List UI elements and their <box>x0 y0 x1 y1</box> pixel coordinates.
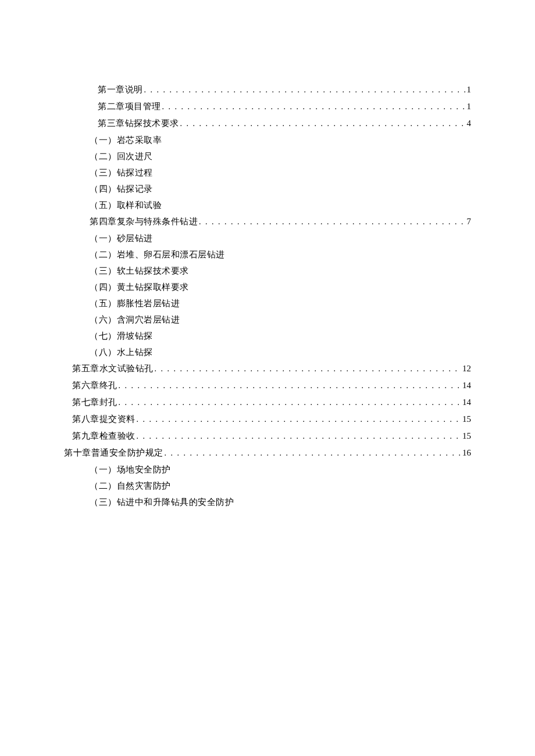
toc-sub-entry: （二）自然灾害防护 <box>64 478 471 494</box>
toc-sub-entry: （四）黄土钻探取样要求 <box>64 279 471 295</box>
toc-entry: 第十章普通安全防护规定16 <box>64 445 471 461</box>
toc-sub-entry: （一）岩芯采取率 <box>64 132 471 148</box>
toc-sub-entry: （一）场地安全防护 <box>64 461 471 478</box>
toc-entry-label: 第三章钻探技术要求 <box>98 115 179 131</box>
toc-sub-entry: （一）砂层钻进 <box>64 230 471 246</box>
toc-entry: 第八章提交资料15 <box>64 411 471 428</box>
toc-sub-entry-label: （三）钻进中和升降钻具的安全防护 <box>90 494 234 510</box>
toc-entry-page: 12 <box>462 360 471 377</box>
toc-entry: 第九章检查验收15 <box>64 428 471 445</box>
toc-entry-label: 第八章提交资料 <box>72 411 135 427</box>
toc-entry-label: 第四章复杂与特殊条件钻进 <box>90 213 198 230</box>
toc-sub-entry-label: （一）场地安全防护 <box>90 461 171 478</box>
toc-entry-page: 14 <box>462 394 471 410</box>
toc-entry-page: 14 <box>462 377 471 393</box>
toc-sub-entry: （三）钻进中和升降钻具的安全防护 <box>64 494 471 510</box>
toc-sub-entry-label: （一）岩芯采取率 <box>90 132 162 148</box>
toc-sub-entry-label: （二）岩堆、卵石层和漂石层钻进 <box>90 246 225 263</box>
toc-sub-entry-label: （六）含洞穴岩层钻进 <box>90 311 180 328</box>
toc-entry-label: 第十章普通安全防护规定 <box>64 445 163 461</box>
toc-leader-dots <box>137 428 462 445</box>
toc-entry-page: 15 <box>462 411 471 427</box>
toc-entry: 第六章终孔14 <box>64 377 471 394</box>
toc-entry-label: 第七章封孔 <box>72 394 117 410</box>
toc-sub-entry-label: （三）软土钻探技术要求 <box>90 263 189 279</box>
toc-sub-entry: （三）软土钻探技术要求 <box>64 263 471 279</box>
toc-sub-entry-label: （一）砂层钻进 <box>90 230 153 246</box>
toc-entry: 第四章复杂与特殊条件钻进7 <box>64 213 471 230</box>
toc-sub-entry: （二）岩堆、卵石层和漂石层钻进 <box>64 246 471 263</box>
toc-leader-dots <box>165 445 462 461</box>
toc-sub-entry-label: （三）钻探过程 <box>90 164 153 181</box>
toc-sub-entry: （三）钻探过程 <box>64 164 471 181</box>
toc-entry-page: 15 <box>462 428 471 444</box>
toc-entry-page: 1 <box>467 81 472 98</box>
toc-sub-entry-label: （八）水上钻探 <box>90 344 153 360</box>
toc-sub-entry: （二）回次进尺 <box>64 148 471 164</box>
toc-entry-page: 7 <box>467 213 472 230</box>
toc-sub-entry-label: （七）滑坡钻探 <box>90 328 153 344</box>
toc-leader-dots <box>137 411 462 428</box>
toc-sub-entry-label: （五）膨胀性岩层钻进 <box>90 295 180 311</box>
toc-leader-dots <box>119 378 462 394</box>
toc-sub-entry-label: （四）黄土钻探取样要求 <box>90 279 189 295</box>
toc-sub-entry: （四）钻探记录 <box>64 181 471 197</box>
toc-sub-entry: （五）取样和试验 <box>64 197 471 213</box>
toc-sub-entry: （六）含洞穴岩层钻进 <box>64 311 471 328</box>
toc-sub-entry: （五）膨胀性岩层钻进 <box>64 295 471 311</box>
toc-entry: 第一章说明1 <box>64 81 471 98</box>
toc-entry-label: 第二章项目管理 <box>98 98 161 114</box>
toc-entry: 第三章钻探技术要求4 <box>64 115 471 132</box>
toc-sub-entry-label: （四）钻探记录 <box>90 181 153 197</box>
toc-sub-entry-label: （五）取样和试验 <box>90 197 162 213</box>
toc-entry-label: 第五章水文试验钻孔 <box>72 360 154 377</box>
toc-entry: 第七章封孔14 <box>64 394 471 411</box>
table-of-contents: 第一章说明1第二章项目管理1第三章钻探技术要求4（一）岩芯采取率（二）回次进尺（… <box>64 81 471 510</box>
toc-entry: 第五章水文试验钻孔12 <box>64 360 471 377</box>
toc-leader-dots <box>155 361 462 377</box>
toc-leader-dots <box>199 214 466 230</box>
toc-entry-label: 第九章检查验收 <box>72 428 135 444</box>
toc-leader-dots <box>144 82 466 98</box>
toc-sub-entry: （八）水上钻探 <box>64 344 471 360</box>
toc-entry-page: 4 <box>467 115 472 131</box>
toc-entry-label: 第一章说明 <box>98 81 143 98</box>
toc-leader-dots <box>162 99 466 115</box>
toc-sub-entry-label: （二）自然灾害防护 <box>90 478 171 494</box>
toc-entry-label: 第六章终孔 <box>72 377 117 393</box>
toc-entry-page: 16 <box>462 445 471 461</box>
toc-entry-page: 1 <box>467 98 472 114</box>
toc-leader-dots <box>119 395 462 411</box>
toc-sub-entry-label: （二）回次进尺 <box>90 148 153 164</box>
toc-leader-dots <box>180 116 466 132</box>
toc-entry: 第二章项目管理1 <box>64 98 471 115</box>
toc-sub-entry: （七）滑坡钻探 <box>64 328 471 344</box>
